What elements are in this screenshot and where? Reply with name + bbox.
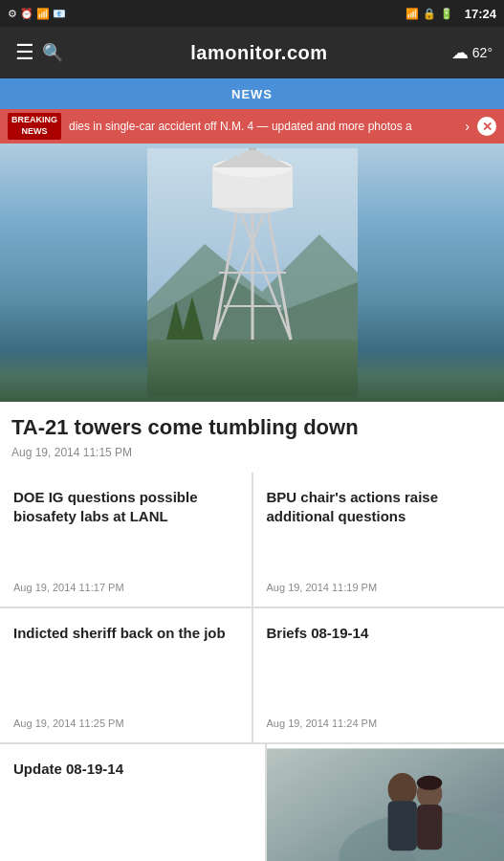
grid-row-2: Indicted sheriff back on the job Aug 19,… bbox=[0, 608, 504, 742]
status-time: 17:24 bbox=[465, 7, 496, 21]
search-button[interactable]: 🔍 bbox=[38, 38, 67, 67]
grid-row-1: DOE IG questions possible biosafety labs… bbox=[0, 473, 504, 607]
weather-icon: ☁ bbox=[451, 42, 469, 63]
wifi-icon: 🔒 bbox=[423, 8, 436, 20]
water-tower-svg bbox=[147, 148, 358, 397]
grid-cell-2[interactable]: BPU chair's actions raise additional que… bbox=[253, 473, 505, 607]
article-title-2: BPU chair's actions raise additional que… bbox=[267, 488, 492, 525]
svg-rect-24 bbox=[416, 805, 441, 850]
article-title-3: Indicted sheriff back on the job bbox=[13, 624, 238, 643]
article-date-2: Aug 19, 2014 11:19 PM bbox=[267, 582, 492, 593]
grid-cell-6[interactable] bbox=[267, 744, 505, 861]
signal-icon: 📶 bbox=[405, 8, 419, 20]
hero-image bbox=[0, 144, 504, 402]
notification-icons: ⚙ ⏰ 📶 📧 bbox=[8, 8, 66, 20]
menu-button[interactable]: ☰ bbox=[11, 36, 38, 69]
grid-cell-1[interactable]: DOE IG questions possible biosafety labs… bbox=[0, 473, 252, 607]
hero-date: Aug 19, 2014 11:15 PM bbox=[0, 444, 504, 473]
hero-section[interactable]: TA-21 towers come tumbling down Aug 19, … bbox=[0, 144, 504, 473]
svg-rect-3 bbox=[147, 340, 358, 397]
article-image-6 bbox=[267, 744, 505, 861]
status-bar: ⚙ ⏰ 📶 📧 📶 🔒 🔋 17:24 bbox=[0, 0, 504, 27]
hero-title: TA-21 towers come tumbling down bbox=[0, 402, 504, 444]
svg-rect-17 bbox=[249, 148, 256, 150]
status-bar-right: 📶 🔒 🔋 17:24 bbox=[405, 7, 496, 21]
breaking-news-label: BREAKINGNEWS bbox=[8, 113, 61, 139]
article-title-4: Briefs 08-19-14 bbox=[267, 624, 492, 643]
news-tab-bar[interactable]: NEWS bbox=[0, 78, 504, 109]
grid-row-3: Update 08-19-14 bbox=[0, 744, 504, 861]
weather-widget: ☁ 62° bbox=[451, 42, 493, 63]
article-title-1: DOE IG questions possible biosafety labs… bbox=[13, 488, 238, 525]
breaking-news-text[interactable]: dies in single-car accident off N.M. 4 —… bbox=[69, 120, 457, 133]
grid-cell-4[interactable]: Briefs 08-19-14 Aug 19, 2014 11:24 PM bbox=[253, 608, 505, 742]
breaking-news-bar: BREAKINGNEWS dies in single-car accident… bbox=[0, 109, 504, 144]
svg-rect-22 bbox=[387, 802, 416, 851]
svg-point-21 bbox=[387, 773, 416, 806]
battery-icon: 🔋 bbox=[440, 8, 453, 20]
article-date-3: Aug 19, 2014 11:25 PM bbox=[13, 718, 238, 729]
site-logo: lamonitor.com bbox=[67, 42, 451, 64]
svg-point-25 bbox=[416, 776, 441, 790]
article-date-1: Aug 19, 2014 11:17 PM bbox=[13, 582, 238, 593]
grid-cell-3[interactable]: Indicted sheriff back on the job Aug 19,… bbox=[0, 608, 252, 742]
breaking-news-arrow: › bbox=[465, 119, 470, 134]
temperature: 62° bbox=[472, 45, 493, 60]
grid-cell-5[interactable]: Update 08-19-14 bbox=[0, 744, 265, 861]
top-nav: ☰ 🔍 lamonitor.com ☁ 62° bbox=[0, 27, 504, 78]
news-grid: DOE IG questions possible biosafety labs… bbox=[0, 473, 504, 861]
status-bar-left: ⚙ ⏰ 📶 📧 bbox=[8, 8, 66, 20]
article-title-5: Update 08-19-14 bbox=[13, 760, 252, 779]
article-date-4: Aug 19, 2014 11:24 PM bbox=[267, 718, 492, 729]
news-tab-label: NEWS bbox=[231, 87, 273, 101]
couple-photo-svg bbox=[267, 744, 505, 861]
breaking-news-close[interactable]: ✕ bbox=[477, 117, 496, 136]
